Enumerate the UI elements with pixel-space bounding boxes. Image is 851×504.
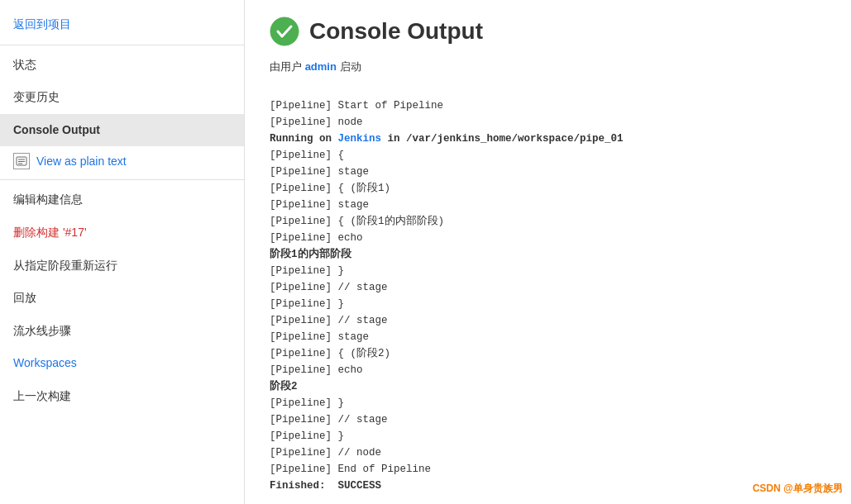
line-20: [Pipeline] // stage [270,414,388,426]
sidebar-item-console-output[interactable]: Console Output [0,114,244,147]
line-1: [Pipeline] Start of Pipeline [270,100,443,112]
line-22: [Pipeline] // node [270,447,381,459]
line-14: [Pipeline] // stage [270,315,388,326]
line-11: [Pipeline] } [270,265,344,277]
sidebar-item-back-to-project[interactable]: 返回到项目 [0,8,244,41]
svg-point-4 [270,17,299,45]
page-title: Console Output [309,18,483,45]
sidebar-item-status[interactable]: 状态 [0,49,244,82]
line-2: [Pipeline] node [270,116,363,128]
sidebar-item-change-history[interactable]: 变更历史 [0,81,244,114]
line-17: [Pipeline] echo [270,364,363,376]
page-header: Console Output [270,17,826,46]
line-19: [Pipeline] } [270,397,344,409]
started-by-label: 由用户 [270,60,302,73]
line-7: [Pipeline] stage [270,199,369,211]
rerun-from-stage-label: 从指定阶段重新运行 [13,258,117,274]
console-output-label: Console Output [13,122,100,139]
watermark-text: CSDN @单身贵族男 [753,483,843,494]
sidebar-divider-1 [0,45,244,45]
line-18: 阶段2 [270,381,298,392]
edit-build-info-label: 编辑构建信息 [13,192,83,208]
line-23: [Pipeline] End of Pipeline [270,464,431,475]
main-content: Console Output 由用户 admin 启动 [Pipeline] S… [245,0,851,504]
line-16: [Pipeline] { (阶段2) [270,348,390,359]
plain-text-icon [13,153,30,169]
line-15: [Pipeline] stage [270,331,369,343]
sidebar-item-view-plain-text[interactable]: View as plain text [0,146,244,176]
sidebar: 返回到项目 状态 变更历史 Console Output View as pla… [0,0,245,504]
replay-label: 回放 [13,290,36,307]
line-10: 阶段1的内部阶段 [270,249,351,260]
delete-build-label: 删除构建 '#17' [13,225,87,241]
line-12: [Pipeline] // stage [270,282,388,293]
back-to-project-label: 返回到项目 [13,17,71,33]
line-13: [Pipeline] } [270,298,344,310]
line-8: [Pipeline] { (阶段1的内部阶段) [270,216,444,227]
sidebar-divider-2 [0,179,244,180]
change-history-label: 变更历史 [13,89,60,106]
sidebar-item-delete-build[interactable]: 删除构建 '#17' [0,216,244,250]
line-24: Finished: SUCCESS [270,480,381,492]
status-label: 状态 [13,57,36,74]
sidebar-item-previous-build[interactable]: 上一次构建 [0,380,244,413]
pipeline-steps-label: 流水线步骤 [13,323,71,340]
line-5: [Pipeline] stage [270,166,369,178]
sidebar-item-rerun-from-stage[interactable]: 从指定阶段重新运行 [0,250,244,283]
line-21: [Pipeline] } [270,430,344,442]
previous-build-label: 上一次构建 [13,388,71,405]
line-6: [Pipeline] { (阶段1) [270,183,390,194]
watermark: CSDN @单身贵族男 [753,482,843,496]
workspaces-label: Workspaces [13,355,77,372]
line-4: [Pipeline] { [270,150,344,161]
view-plain-text-label: View as plain text [36,155,127,168]
console-output: [Pipeline] Start of Pipeline [Pipeline] … [270,81,826,504]
console-info: 由用户 admin 启动 [270,59,826,74]
sidebar-item-pipeline-steps[interactable]: 流水线步骤 [0,315,244,348]
sidebar-item-edit-build-info[interactable]: 编辑构建信息 [0,183,244,216]
line-3: Running on Jenkins in /var/jenkins_home/… [270,133,624,145]
line-9: [Pipeline] echo [270,232,363,244]
started-by-user[interactable]: admin [305,60,337,73]
started-by-suffix: 启动 [340,60,361,73]
sidebar-item-workspaces[interactable]: Workspaces [0,347,244,380]
sidebar-item-replay[interactable]: 回放 [0,282,244,315]
success-icon [270,17,299,46]
